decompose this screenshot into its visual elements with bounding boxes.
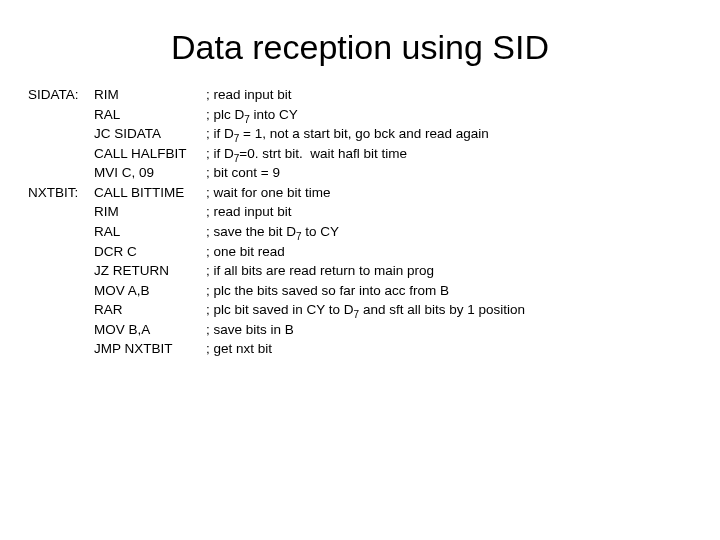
code-comment: ; bit cont = 9 (206, 163, 692, 183)
code-instruction: MOV B,A (94, 320, 206, 340)
code-line: NXTBIT:CALL BITTIME; wait for one bit ti… (28, 183, 692, 203)
code-comment: ; read input bit (206, 85, 692, 105)
code-instruction: RIM (94, 202, 206, 222)
code-comment: ; save the bit D7 to CY (206, 222, 692, 242)
code-comment: ; plc bit saved in CY to D7 and sft all … (206, 300, 692, 320)
code-line: MVI C, 09; bit cont = 9 (28, 163, 692, 183)
code-label (28, 242, 94, 262)
code-label (28, 339, 94, 359)
code-comment: ; one bit read (206, 242, 692, 262)
code-instruction: DCR C (94, 242, 206, 262)
code-instruction: RIM (94, 85, 206, 105)
code-instruction: JC SIDATA (94, 124, 206, 144)
slide: Data reception using SID SIDATA:RIM; rea… (0, 0, 720, 540)
code-line: RAR; plc bit saved in CY to D7 and sft a… (28, 300, 692, 320)
code-label (28, 300, 94, 320)
code-line: JMP NXTBIT; get nxt bit (28, 339, 692, 359)
code-line: JC SIDATA; if D7 = 1, not a start bit, g… (28, 124, 692, 144)
code-instruction: JMP NXTBIT (94, 339, 206, 359)
code-comment: ; if D7=0. strt bit. wait hafl bit time (206, 144, 692, 164)
code-comment: ; wait for one bit time (206, 183, 692, 203)
code-line: MOV B,A; save bits in B (28, 320, 692, 340)
code-instruction: RAL (94, 222, 206, 242)
code-comment: ; if D7 = 1, not a start bit, go bck and… (206, 124, 692, 144)
code-label (28, 124, 94, 144)
code-comment: ; get nxt bit (206, 339, 692, 359)
code-label (28, 144, 94, 164)
code-label: NXTBIT: (28, 183, 94, 203)
code-label (28, 163, 94, 183)
code-comment: ; if all bits are read return to main pr… (206, 261, 692, 281)
code-instruction: CALL HALFBIT (94, 144, 206, 164)
code-label (28, 261, 94, 281)
code-line: RIM; read input bit (28, 202, 692, 222)
code-line: SIDATA:RIM; read input bit (28, 85, 692, 105)
code-line: DCR C; one bit read (28, 242, 692, 262)
code-instruction: RAR (94, 300, 206, 320)
code-line: RAL; plc D7 into CY (28, 105, 692, 125)
code-label (28, 222, 94, 242)
code-label (28, 320, 94, 340)
code-instruction: RAL (94, 105, 206, 125)
code-comment: ; plc the bits saved so far into acc fro… (206, 281, 692, 301)
code-line: CALL HALFBIT; if D7=0. strt bit. wait ha… (28, 144, 692, 164)
code-label (28, 105, 94, 125)
code-comment: ; save bits in B (206, 320, 692, 340)
assembly-listing: SIDATA:RIM; read input bitRAL; plc D7 in… (28, 85, 692, 359)
code-instruction: CALL BITTIME (94, 183, 206, 203)
code-instruction: JZ RETURN (94, 261, 206, 281)
code-comment: ; plc D7 into CY (206, 105, 692, 125)
code-line: MOV A,B; plc the bits saved so far into … (28, 281, 692, 301)
code-line: RAL; save the bit D7 to CY (28, 222, 692, 242)
code-label (28, 281, 94, 301)
code-comment: ; read input bit (206, 202, 692, 222)
code-instruction: MOV A,B (94, 281, 206, 301)
slide-title: Data reception using SID (28, 28, 692, 67)
code-line: JZ RETURN; if all bits are read return t… (28, 261, 692, 281)
code-label (28, 202, 94, 222)
code-instruction: MVI C, 09 (94, 163, 206, 183)
code-label: SIDATA: (28, 85, 94, 105)
